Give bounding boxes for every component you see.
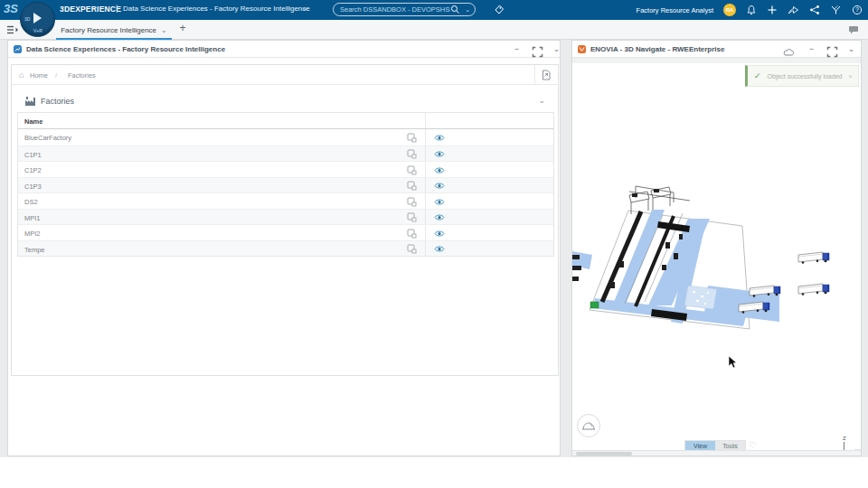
app-icon-enovia	[578, 45, 586, 53]
search-icon[interactable]	[450, 5, 460, 14]
export-cell[interactable]	[534, 65, 558, 85]
eye-icon[interactable]	[434, 182, 445, 190]
factories-table: Name BlueCarFactory C1P1 C1P2 C1P3 DS	[17, 112, 554, 257]
table-row[interactable]: MPI1	[18, 209, 553, 225]
tag-icon[interactable]	[494, 5, 505, 15]
app-icon-data-science	[14, 45, 22, 53]
maximize-icon[interactable]	[532, 46, 543, 58]
eye-icon[interactable]	[434, 198, 445, 206]
panels-toggle-icon[interactable]	[6, 25, 19, 35]
3d-compass[interactable]: 3D V+R	[20, 2, 55, 37]
panel-chevron-icon[interactable]: ⌄	[551, 43, 562, 55]
section-collapse-icon[interactable]: ⌄	[538, 96, 545, 105]
workspace: Data Science Experiences - Factory Resou…	[0, 40, 868, 457]
swym-community-icon[interactable]	[830, 5, 842, 15]
open-details-icon[interactable]	[407, 165, 417, 175]
comment-icon[interactable]	[848, 25, 859, 34]
factories-section-header: Factories ⌄	[19, 94, 551, 110]
mouse-cursor	[729, 356, 737, 368]
breadcrumb-current[interactable]: Factories	[68, 71, 96, 80]
section-title: Factories	[41, 97, 74, 106]
right-panel-header: ENOVIA - 3D Navigate - RWEEnterprise − ⌄	[572, 41, 861, 58]
open-details-icon[interactable]	[407, 197, 417, 207]
compass-play-icon	[33, 13, 42, 23]
top-bar: 3S 3D V+R 3DEXPERIENCE | Data Science Ex…	[0, 0, 868, 20]
eye-icon[interactable]	[434, 213, 445, 221]
factory-name: C1P2	[24, 166, 42, 174]
eye-icon[interactable]	[434, 150, 445, 158]
search-box[interactable]: ⌄	[333, 3, 476, 16]
table-row[interactable]: DS2	[18, 192, 553, 209]
avatar[interactable]: RA	[723, 4, 736, 16]
table-row[interactable]: BlueCarFactory	[18, 129, 553, 145]
column-header-name: Name	[24, 117, 42, 126]
search-input[interactable]	[334, 5, 450, 14]
factory-name: DS2	[24, 198, 38, 206]
export-page-icon[interactable]	[542, 70, 552, 80]
minimize-icon[interactable]: −	[511, 43, 523, 55]
factories-card: ⌂ Home / Factories Factories ⌄ Name Bl	[11, 64, 559, 376]
chevron-down-icon[interactable]: ⌄	[302, 4, 308, 12]
add-content-icon[interactable]	[767, 5, 778, 15]
minimize-icon[interactable]: −	[806, 43, 817, 55]
share-network-icon[interactable]	[809, 5, 820, 15]
column-divider	[425, 113, 426, 128]
open-details-icon[interactable]	[407, 244, 417, 254]
tab-bar: Factory Resource Intelligence ⌄ +	[0, 20, 868, 40]
table-row[interactable]: C1P1	[18, 145, 553, 162]
eye-icon[interactable]	[434, 245, 445, 253]
cloud-icon[interactable]	[783, 46, 795, 58]
notifications-bell-icon[interactable]	[746, 5, 757, 15]
maximize-icon[interactable]	[826, 46, 838, 58]
toast-close-icon[interactable]: ×	[848, 72, 853, 80]
open-details-icon[interactable]	[407, 181, 417, 191]
svg-text:?: ?	[855, 6, 859, 13]
factory-icon	[24, 96, 36, 107]
left-panel-header: Data Science Experiences - Factory Resou…	[8, 41, 560, 58]
share-icon[interactable]	[788, 5, 799, 15]
eye-icon[interactable]	[434, 134, 445, 142]
column-divider	[425, 193, 426, 209]
table-row[interactable]: MPI2	[18, 224, 553, 240]
eye-icon[interactable]	[434, 230, 445, 238]
table-header-row: Name	[18, 113, 553, 129]
open-details-icon[interactable]	[407, 229, 417, 239]
check-icon: ✓	[754, 71, 761, 80]
breadcrumb: ⌂ Home / Factories	[12, 65, 558, 85]
breadcrumb-home[interactable]: Home	[30, 71, 48, 80]
search-scope-chevron-icon[interactable]: ⌄	[460, 6, 475, 14]
horizontal-scrollbar[interactable]	[572, 450, 861, 455]
helmet-icon	[581, 421, 596, 431]
column-divider	[425, 241, 426, 257]
user-role-label[interactable]: Factory Resource Analyst	[637, 6, 713, 14]
3d-viewport[interactable]	[572, 58, 863, 452]
toast-message: Object successfully loaded	[768, 73, 849, 80]
table-row[interactable]: C1P2	[18, 161, 553, 177]
open-details-icon[interactable]	[407, 149, 417, 159]
column-divider	[425, 146, 426, 162]
gantry-equipment	[654, 189, 659, 192]
column-divider	[425, 162, 426, 177]
dassault-systemes-logo: 3S	[4, 2, 18, 15]
panel-chevron-icon[interactable]: ⌄	[845, 43, 857, 55]
panel-3d-navigate: ENOVIA - 3D Navigate - RWEEnterprise − ⌄…	[571, 40, 862, 456]
table-row[interactable]: C1P3	[18, 177, 553, 193]
open-details-icon[interactable]	[407, 133, 417, 143]
new-tab-button[interactable]: +	[176, 22, 189, 34]
table-row[interactable]: Tempe	[18, 240, 553, 257]
home-icon[interactable]: ⌂	[19, 70, 24, 80]
open-details-icon[interactable]	[407, 212, 417, 222]
app-menu-title[interactable]: Data Science Experiences - Factory Resou…	[123, 5, 310, 13]
compass-vr-label: V+R	[33, 28, 42, 33]
column-divider	[425, 129, 426, 145]
brand-divider: |	[116, 4, 118, 13]
help-icon[interactable]: ?	[852, 5, 863, 15]
column-divider	[425, 225, 426, 240]
column-divider	[425, 178, 426, 193]
tab-chevron-icon[interactable]: ⌄	[161, 26, 167, 34]
ambience-button[interactable]	[577, 414, 600, 437]
favorite-heart-icon[interactable]: ♡	[749, 440, 757, 450]
scrollbar-thumb[interactable]	[576, 452, 632, 455]
truck	[798, 252, 829, 264]
eye-icon[interactable]	[434, 166, 445, 174]
